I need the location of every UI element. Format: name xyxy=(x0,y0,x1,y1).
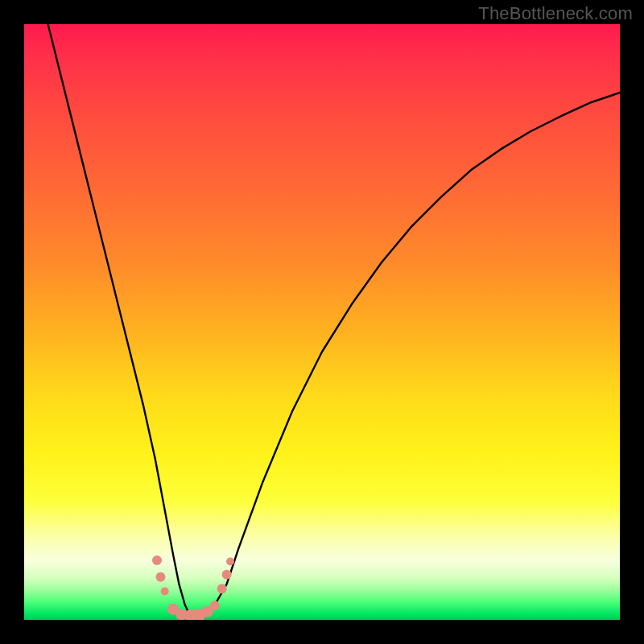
highlight-point xyxy=(210,601,220,610)
highlight-point xyxy=(152,555,162,565)
bottleneck-curve-svg xyxy=(24,24,620,620)
highlight-point xyxy=(155,572,165,582)
highlight-point xyxy=(226,557,234,565)
highlight-markers xyxy=(152,555,234,620)
chart-frame: TheBottleneck.com xyxy=(0,0,644,644)
highlight-point xyxy=(161,587,169,595)
plot-area xyxy=(24,24,620,620)
highlight-point xyxy=(222,570,232,580)
highlight-point xyxy=(217,584,227,594)
bottleneck-curve-line xyxy=(48,24,620,617)
watermark-text: TheBottleneck.com xyxy=(478,3,633,24)
